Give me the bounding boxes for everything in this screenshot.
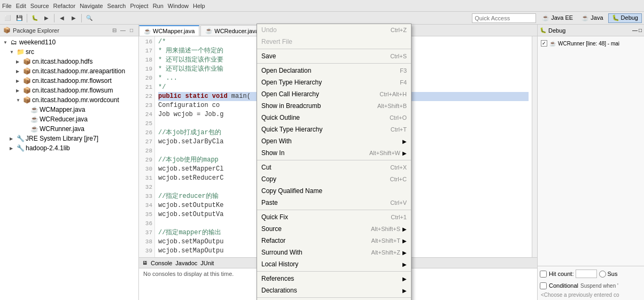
- menu-open-call-hierarchy[interactable]: Open Call Hierarchy Ctrl+Alt+H: [257, 88, 411, 100]
- menu-declarations[interactable]: Declarations ▶: [257, 284, 411, 296]
- menu-show-in[interactable]: Show In Alt+Shift+W ▶: [257, 147, 411, 159]
- menu-revert-file[interactable]: Revert File: [257, 36, 411, 48]
- menu-refactor[interactable]: Refactor Alt+Shift+T ▶: [257, 235, 411, 247]
- menu-quick-type-hierarchy[interactable]: Quick Type Hierarchy Ctrl+T: [257, 124, 411, 135]
- sep-5: [257, 271, 411, 272]
- sep-1: [257, 49, 411, 49]
- sep-2: [257, 63, 411, 64]
- menu-references[interactable]: References ▶: [257, 273, 411, 284]
- ide-container: File Edit Source Refactor Navigate Searc…: [0, 0, 644, 300]
- menu-local-history[interactable]: Local History ▶: [257, 258, 411, 270]
- menu-source[interactable]: Source Alt+Shift+S ▶: [257, 223, 411, 235]
- menu-surround-with[interactable]: Surround With Alt+Shift+Z ▶: [257, 247, 411, 258]
- menu-show-in-breadcrumb[interactable]: Show in Breadcrumb Alt+Shift+B: [257, 100, 411, 112]
- menu-open-declaration[interactable]: Open Declaration F3: [257, 65, 411, 76]
- menu-undo[interactable]: Undo Ctrl+Z: [257, 24, 411, 36]
- references-arrow: ▶: [402, 276, 407, 282]
- surround-arrow: ▶: [402, 250, 407, 256]
- show-in-arrow: ▶: [402, 150, 407, 156]
- menu-copy-qualified[interactable]: Copy Qualified Name: [257, 185, 411, 197]
- open-with-arrow: ▶: [402, 139, 407, 144]
- context-menu-overlay: Undo Ctrl+Z Revert File Save Ctrl+S Open…: [0, 0, 644, 300]
- menu-save[interactable]: Save Ctrl+S: [257, 50, 411, 62]
- sep-6: [257, 297, 411, 298]
- menu-paste[interactable]: Paste Ctrl+V: [257, 197, 411, 209]
- sep-4: [257, 210, 411, 210]
- context-menu: Undo Ctrl+Z Revert File Save Ctrl+S Open…: [257, 24, 412, 300]
- sep-3: [257, 160, 411, 160]
- source-arrow: ▶: [402, 226, 407, 232]
- local-history-arrow: ▶: [402, 261, 407, 267]
- declarations-arrow: ▶: [402, 288, 407, 294]
- menu-quick-fix[interactable]: Quick Fix Ctrl+1: [257, 211, 411, 223]
- menu-cut[interactable]: Cut Ctrl+X: [257, 161, 411, 173]
- menu-copy[interactable]: Copy Ctrl+C: [257, 173, 411, 185]
- refactor-arrow: ▶: [402, 238, 407, 244]
- menu-open-with[interactable]: Open With ▶: [257, 135, 411, 147]
- menu-open-type-hierarchy[interactable]: Open Type Hierarchy F4: [257, 76, 411, 88]
- menu-quick-outline[interactable]: Quick Outline Ctrl+O: [257, 112, 411, 124]
